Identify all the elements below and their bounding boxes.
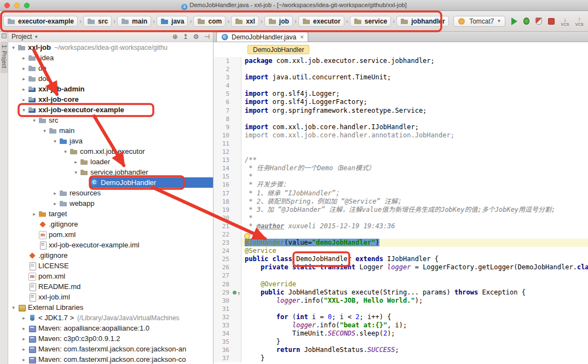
- code-line-34[interactable]: 34 TimeUnit.SECONDS.sleep(2);: [214, 330, 588, 338]
- code-line-7[interactable]: 7import org.springframework.stereotype.S…: [214, 107, 588, 115]
- project-tool-window-button[interactable]: 1: Project: [1, 42, 8, 73]
- chevron-right-icon[interactable]: ▸: [20, 357, 27, 362]
- code-line-37[interactable]: 37 }: [214, 354, 588, 362]
- breadcrumb-item-service[interactable]: service: [350, 16, 391, 27]
- tree-item-xxl-job.iml[interactable]: xxl-job.iml: [8, 292, 213, 302]
- tree-item-license[interactable]: LICENSE: [8, 261, 213, 271]
- breadcrumb-item-job[interactable]: job: [264, 16, 293, 27]
- tree-item-readme.md[interactable]: README.md: [8, 281, 213, 292]
- scroll-from-source-icon[interactable]: ⊕: [172, 33, 178, 41]
- vcs-commit-button[interactable]: ↑ VCS: [575, 16, 584, 26]
- code-line-11[interactable]: 11: [214, 140, 588, 148]
- tree-item-xxl-job[interactable]: ▾xxl-job~/workspaces/idea-git-workspace/…: [8, 42, 213, 53]
- tree-item-resources[interactable]: ▸resources: [8, 188, 213, 198]
- tree-item-.gitignore[interactable]: .gitignore: [8, 219, 213, 229]
- editor-breadcrumb[interactable]: DemoJobHandler: [247, 45, 309, 54]
- coverage-button[interactable]: [535, 18, 542, 25]
- code-line-33[interactable]: 33 logger.info("beat at:{}", i);: [214, 321, 588, 330]
- code-line-27[interactable]: 27: [214, 271, 588, 280]
- code-line-28[interactable]: 28 @Override: [214, 280, 588, 288]
- breadcrumb-item-java[interactable]: java: [157, 16, 188, 27]
- tree-item-xxl-job-admin[interactable]: ▸xxl-job-admin: [8, 84, 213, 94]
- close-window-button[interactable]: [4, 3, 10, 8]
- chevron-down-icon[interactable]: ▾: [62, 149, 69, 154]
- code-line-13[interactable]: 13/**: [214, 156, 588, 164]
- tree-item-.idea[interactable]: ▸.idea: [8, 53, 213, 63]
- code-line-26[interactable]: 26 private static transient Logger logge…: [214, 263, 588, 271]
- code-line-3[interactable]: 3import java.util.concurrent.TimeUnit;: [214, 73, 588, 82]
- tree-item-com.xxl.job.executor[interactable]: ▾com.xxl.job.executor: [8, 146, 213, 157]
- stop-button[interactable]: [548, 18, 555, 25]
- tree-item-maven-com.fasterxml.jackson.core-jackson-an[interactable]: ▸Maven: com.fasterxml.jackson.core:jacks…: [8, 344, 213, 354]
- code-line-5[interactable]: 5import org.slf4j.Logger;: [214, 90, 588, 98]
- code-line-24[interactable]: 24@Service: [214, 247, 588, 255]
- code-line-35[interactable]: 35 }: [214, 338, 588, 346]
- chevron-down-icon[interactable]: ▾: [31, 118, 38, 123]
- breadcrumb-item-src[interactable]: src: [83, 16, 112, 27]
- chevron-right-icon[interactable]: ▸: [20, 315, 27, 321]
- debug-button[interactable]: [523, 18, 529, 25]
- breadcrumb-item-com[interactable]: com: [193, 16, 226, 27]
- chevron-right-icon[interactable]: ▸: [72, 159, 79, 165]
- gear-icon[interactable]: ⚙: [193, 33, 199, 41]
- code-line-22[interactable]: 22 */: [214, 230, 588, 239]
- tree-item-pom.xml[interactable]: pom.xml: [8, 229, 213, 240]
- code-line-10[interactable]: 10import com.xxl.job.core.handler.annota…: [214, 131, 588, 140]
- code-line-30[interactable]: 30 logger.info("XXL-JOB, Hello World.");: [214, 297, 588, 305]
- code-line-31[interactable]: 31: [214, 305, 588, 313]
- tree-item-target[interactable]: ▸target: [8, 209, 213, 219]
- chevron-right-icon[interactable]: ▸: [20, 346, 27, 352]
- hide-panel-icon[interactable]: ⊣: [204, 33, 210, 41]
- chevron-right-icon[interactable]: ▸: [20, 86, 27, 92]
- breadcrumb-item-executor[interactable]: executor: [298, 16, 344, 27]
- tree-item-src[interactable]: ▾src: [8, 115, 213, 125]
- tree-item-pom.xml[interactable]: pom.xml: [8, 271, 213, 281]
- chevron-right-icon[interactable]: ▸: [20, 97, 27, 102]
- collapse-all-icon[interactable]: ↥: [183, 33, 188, 41]
- tree-item-java[interactable]: ▾java: [8, 136, 213, 146]
- project-panel-title[interactable]: Project: [11, 33, 32, 41]
- chevron-right-icon[interactable]: ▸: [20, 66, 27, 71]
- code-line-15[interactable]: 15 *: [214, 172, 588, 181]
- code-line-4[interactable]: 4: [214, 82, 588, 90]
- code-line-23[interactable]: 23@JobHander(value="demoJobHandler"): [214, 239, 588, 247]
- run-config-selector[interactable]: Tomcat7 ▼: [453, 16, 505, 27]
- tree-item-service.jobhandler[interactable]: ▾service.jobhandler: [8, 167, 213, 177]
- tree-item-maven-aopalliance-aopalliance-1.0[interactable]: ▸Maven: aopalliance:aopalliance:1.0: [8, 323, 213, 333]
- vcs-update-button[interactable]: ↓ VCS: [561, 16, 569, 26]
- chevron-down-icon[interactable]: ▾: [72, 170, 79, 175]
- code-line-1[interactable]: 1package com.xxl.job.executor.service.jo…: [214, 57, 588, 65]
- code-line-19[interactable]: 19 * 3、加 “@JobHander” 注解，注解value值为新增任务生成…: [214, 206, 588, 214]
- code-line-12[interactable]: 12: [214, 148, 588, 156]
- code-line-16[interactable]: 16 * 开发步骤：: [214, 181, 588, 189]
- run-button[interactable]: [511, 18, 517, 25]
- tree-item-loader[interactable]: ▸loader: [8, 157, 213, 167]
- chevron-right-icon[interactable]: ▸: [20, 55, 27, 61]
- chevron-right-icon[interactable]: ▸: [31, 211, 38, 217]
- code-line-9[interactable]: 9import com.xxl.job.core.handler.IJobHan…: [214, 123, 588, 131]
- chevron-right-icon[interactable]: ▸: [51, 201, 59, 206]
- tree-item-.gitignore[interactable]: .gitignore: [8, 250, 213, 261]
- tree-item-main[interactable]: ▾main: [8, 125, 213, 136]
- minimize-window-button[interactable]: [14, 3, 20, 8]
- code-line-36[interactable]: 36 return JobHandleStatus.SUCCESS;: [214, 346, 588, 354]
- code-line-18[interactable]: 18 * 2、装配到Spring，例如加 “@Service” 注解；: [214, 198, 588, 206]
- code-line-25[interactable]: 25public class DemoJobHandler extends IJ…: [214, 255, 588, 263]
- override-gutter-icon[interactable]: ↑: [232, 288, 241, 297]
- tree-item-db[interactable]: ▸db: [8, 63, 213, 73]
- breadcrumb-item-main[interactable]: main: [117, 16, 151, 27]
- breadcrumb-item-jobhandler[interactable]: jobhandler: [396, 16, 448, 27]
- chevron-right-icon[interactable]: ▸: [51, 190, 59, 196]
- code-line-14[interactable]: 14 * 任务Handler的一个Demo（Bean模式）: [214, 164, 588, 172]
- code-line-8[interactable]: 8: [214, 115, 588, 123]
- code-line-29[interactable]: 29↑ public JobHandleStatus execute(Strin…: [214, 288, 588, 297]
- chevron-down-icon[interactable]: ▼: [34, 34, 38, 39]
- code-line-20[interactable]: 20 *: [214, 214, 588, 222]
- chevron-down-icon[interactable]: ▾: [10, 305, 17, 310]
- chevron-right-icon[interactable]: ▸: [20, 336, 27, 342]
- code-line-21[interactable]: 21 * @author xuxueli 2015-12-19 19:43:36: [214, 222, 588, 230]
- tree-item-maven-com.fasterxml.jackson.core-jackson-co[interactable]: ▸Maven: com.fasterxml.jackson.core:jacks…: [8, 354, 213, 364]
- zoom-window-button[interactable]: [24, 3, 30, 8]
- tree-item-xxl-job-executor-example[interactable]: ▾xxl-job-executor-example: [8, 105, 213, 115]
- code-line-6[interactable]: 6import org.slf4j.LoggerFactory;: [214, 98, 588, 106]
